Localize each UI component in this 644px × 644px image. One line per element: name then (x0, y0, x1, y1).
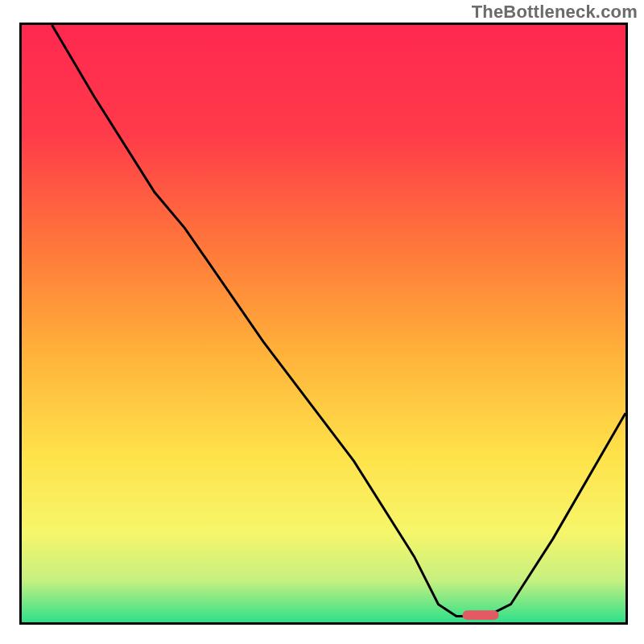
gradient-background (22, 25, 625, 622)
plot-area (22, 25, 625, 622)
watermark-text: TheBottleneck.com (472, 2, 638, 23)
target-marker (463, 610, 499, 620)
chart-root: TheBottleneck.com (0, 0, 644, 644)
chart-svg (22, 25, 625, 622)
plot-frame (19, 23, 628, 625)
